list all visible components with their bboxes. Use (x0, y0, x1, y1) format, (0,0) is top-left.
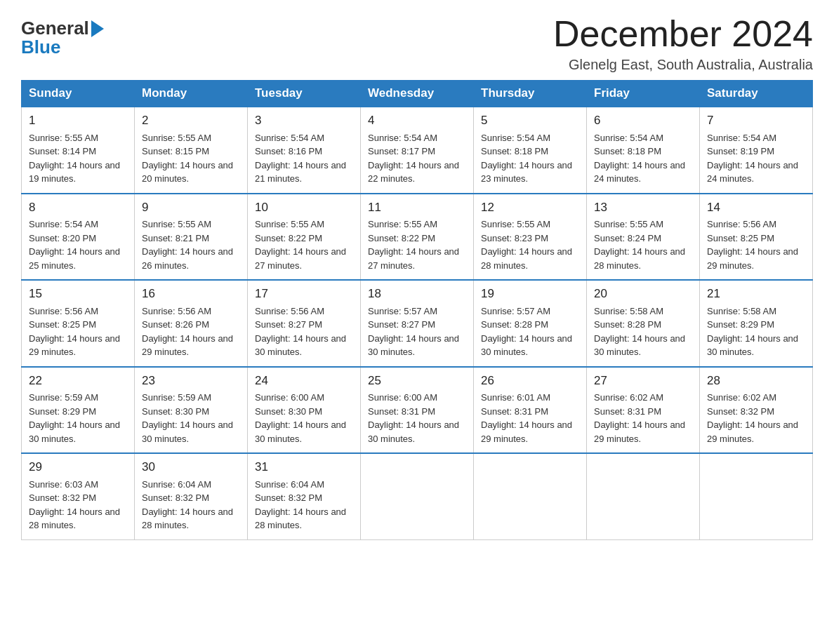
day-number: 21 (707, 285, 805, 303)
calendar-cell: 10 Sunrise: 5:55 AMSunset: 8:22 PMDaylig… (248, 194, 361, 281)
calendar-cell: 29 Sunrise: 6:03 AMSunset: 8:32 PMDaylig… (22, 453, 135, 539)
day-number: 28 (707, 372, 805, 390)
day-number: 23 (142, 372, 240, 390)
logo: General Blue (21, 18, 104, 58)
day-info: Sunrise: 5:56 AMSunset: 8:27 PMDaylight:… (255, 304, 353, 359)
logo-arrow-icon (91, 20, 104, 37)
day-info: Sunrise: 6:01 AMSunset: 8:31 PMDaylight:… (481, 391, 579, 445)
calendar-week-4: 22 Sunrise: 5:59 AMSunset: 8:29 PMDaylig… (22, 367, 813, 454)
day-number: 13 (594, 199, 692, 217)
day-info: Sunrise: 6:00 AMSunset: 8:30 PMDaylight:… (255, 391, 353, 445)
day-number: 2 (142, 112, 240, 130)
calendar-cell: 4 Sunrise: 5:54 AMSunset: 8:17 PMDayligh… (361, 107, 474, 194)
day-number: 11 (368, 199, 466, 217)
day-info: Sunrise: 5:57 AMSunset: 8:28 PMDaylight:… (481, 304, 579, 359)
calendar-cell: 19 Sunrise: 5:57 AMSunset: 8:28 PMDaylig… (474, 280, 587, 367)
page-header: General Blue December 2024 Glenelg East,… (21, 14, 813, 73)
calendar-cell: 9 Sunrise: 5:55 AMSunset: 8:21 PMDayligh… (135, 194, 248, 281)
day-info: Sunrise: 5:56 AMSunset: 8:25 PMDaylight:… (707, 217, 805, 272)
calendar-cell (474, 453, 587, 539)
day-info: Sunrise: 5:54 AMSunset: 8:16 PMDaylight:… (255, 131, 353, 186)
day-number: 7 (707, 112, 805, 130)
day-info: Sunrise: 5:55 AMSunset: 8:22 PMDaylight:… (368, 217, 466, 272)
day-info: Sunrise: 5:59 AMSunset: 8:30 PMDaylight:… (142, 391, 240, 445)
day-info: Sunrise: 6:04 AMSunset: 8:32 PMDaylight:… (142, 478, 240, 532)
calendar-cell (361, 453, 474, 539)
day-info: Sunrise: 5:58 AMSunset: 8:28 PMDaylight:… (594, 304, 692, 359)
month-title: December 2024 (553, 14, 813, 54)
day-info: Sunrise: 5:54 AMSunset: 8:20 PMDaylight:… (29, 217, 127, 272)
calendar-cell: 7 Sunrise: 5:54 AMSunset: 8:19 PMDayligh… (700, 107, 813, 194)
header-tuesday: Tuesday (248, 81, 361, 107)
day-number: 15 (29, 285, 127, 303)
header-monday: Monday (135, 81, 248, 107)
day-info: Sunrise: 5:54 AMSunset: 8:18 PMDaylight:… (481, 131, 579, 186)
day-number: 29 (29, 458, 127, 476)
calendar-cell: 16 Sunrise: 5:56 AMSunset: 8:26 PMDaylig… (135, 280, 248, 367)
day-number: 8 (29, 199, 127, 217)
day-info: Sunrise: 5:55 AMSunset: 8:21 PMDaylight:… (142, 217, 240, 272)
calendar-cell: 23 Sunrise: 5:59 AMSunset: 8:30 PMDaylig… (135, 367, 248, 454)
logo-blue-text: Blue (21, 36, 60, 58)
calendar-week-2: 8 Sunrise: 5:54 AMSunset: 8:20 PMDayligh… (22, 194, 813, 281)
day-number: 4 (368, 112, 466, 130)
day-info: Sunrise: 5:55 AMSunset: 8:24 PMDaylight:… (594, 217, 692, 272)
calendar-cell: 12 Sunrise: 5:55 AMSunset: 8:23 PMDaylig… (474, 194, 587, 281)
day-info: Sunrise: 5:55 AMSunset: 8:22 PMDaylight:… (255, 217, 353, 272)
day-number: 16 (142, 285, 240, 303)
day-info: Sunrise: 5:54 AMSunset: 8:17 PMDaylight:… (368, 131, 466, 186)
calendar-cell: 28 Sunrise: 6:02 AMSunset: 8:32 PMDaylig… (700, 367, 813, 454)
day-number: 6 (594, 112, 692, 130)
title-area: December 2024 Glenelg East, South Austra… (553, 14, 813, 73)
day-number: 31 (255, 458, 353, 476)
day-number: 9 (142, 199, 240, 217)
day-info: Sunrise: 5:55 AMSunset: 8:23 PMDaylight:… (481, 217, 579, 272)
calendar-cell: 5 Sunrise: 5:54 AMSunset: 8:18 PMDayligh… (474, 107, 587, 194)
day-info: Sunrise: 5:58 AMSunset: 8:29 PMDaylight:… (707, 304, 805, 359)
day-number: 5 (481, 112, 579, 130)
calendar-week-3: 15 Sunrise: 5:56 AMSunset: 8:25 PMDaylig… (22, 280, 813, 367)
calendar-cell: 14 Sunrise: 5:56 AMSunset: 8:25 PMDaylig… (700, 194, 813, 281)
day-info: Sunrise: 5:55 AMSunset: 8:14 PMDaylight:… (29, 131, 127, 186)
calendar-cell (700, 453, 813, 539)
calendar-cell: 2 Sunrise: 5:55 AMSunset: 8:15 PMDayligh… (135, 107, 248, 194)
calendar-cell: 24 Sunrise: 6:00 AMSunset: 8:30 PMDaylig… (248, 367, 361, 454)
day-number: 1 (29, 112, 127, 130)
calendar-cell: 27 Sunrise: 6:02 AMSunset: 8:31 PMDaylig… (587, 367, 700, 454)
day-number: 20 (594, 285, 692, 303)
header-saturday: Saturday (700, 81, 813, 107)
day-number: 24 (255, 372, 353, 390)
calendar-cell: 13 Sunrise: 5:55 AMSunset: 8:24 PMDaylig… (587, 194, 700, 281)
calendar-cell: 18 Sunrise: 5:57 AMSunset: 8:27 PMDaylig… (361, 280, 474, 367)
day-number: 3 (255, 112, 353, 130)
day-info: Sunrise: 6:03 AMSunset: 8:32 PMDaylight:… (29, 478, 127, 532)
header-thursday: Thursday (474, 81, 587, 107)
day-info: Sunrise: 5:59 AMSunset: 8:29 PMDaylight:… (29, 391, 127, 445)
calendar-cell: 20 Sunrise: 5:58 AMSunset: 8:28 PMDaylig… (587, 280, 700, 367)
day-number: 26 (481, 372, 579, 390)
calendar-cell: 1 Sunrise: 5:55 AMSunset: 8:14 PMDayligh… (22, 107, 135, 194)
day-info: Sunrise: 5:54 AMSunset: 8:19 PMDaylight:… (707, 131, 805, 186)
day-number: 18 (368, 285, 466, 303)
header-wednesday: Wednesday (361, 81, 474, 107)
day-number: 30 (142, 458, 240, 476)
day-info: Sunrise: 6:00 AMSunset: 8:31 PMDaylight:… (368, 391, 466, 445)
day-info: Sunrise: 6:02 AMSunset: 8:31 PMDaylight:… (594, 391, 692, 445)
calendar-cell: 8 Sunrise: 5:54 AMSunset: 8:20 PMDayligh… (22, 194, 135, 281)
calendar-cell: 26 Sunrise: 6:01 AMSunset: 8:31 PMDaylig… (474, 367, 587, 454)
day-number: 19 (481, 285, 579, 303)
day-info: Sunrise: 5:56 AMSunset: 8:25 PMDaylight:… (29, 304, 127, 359)
day-number: 27 (594, 372, 692, 390)
header-sunday: Sunday (22, 81, 135, 107)
calendar-cell (587, 453, 700, 539)
day-number: 22 (29, 372, 127, 390)
header-friday: Friday (587, 81, 700, 107)
calendar-cell: 11 Sunrise: 5:55 AMSunset: 8:22 PMDaylig… (361, 194, 474, 281)
calendar-header-row: Sunday Monday Tuesday Wednesday Thursday… (22, 81, 813, 107)
day-number: 25 (368, 372, 466, 390)
calendar-cell: 31 Sunrise: 6:04 AMSunset: 8:32 PMDaylig… (248, 453, 361, 539)
day-number: 12 (481, 199, 579, 217)
calendar-cell: 3 Sunrise: 5:54 AMSunset: 8:16 PMDayligh… (248, 107, 361, 194)
day-info: Sunrise: 5:56 AMSunset: 8:26 PMDaylight:… (142, 304, 240, 359)
calendar-cell: 25 Sunrise: 6:00 AMSunset: 8:31 PMDaylig… (361, 367, 474, 454)
